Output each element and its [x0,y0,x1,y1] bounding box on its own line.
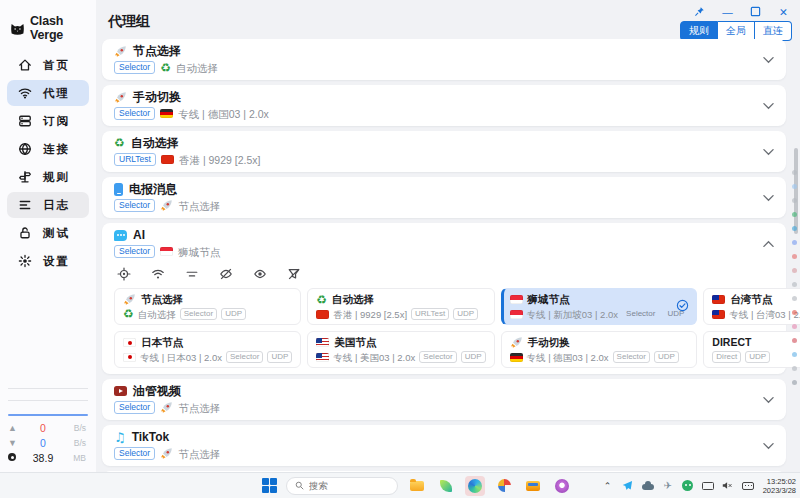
mail-app-icon[interactable] [523,476,543,496]
chevron-down-icon[interactable] [763,53,774,67]
proxy-node-card[interactable]: DIRECTDirectUDP [703,331,800,368]
flag-us [316,338,329,347]
keyboard-icon[interactable] [741,479,755,493]
minimap-dot [792,198,797,203]
minimize-icon[interactable]: — [721,5,734,18]
search-input[interactable] [309,480,379,491]
proxy-node-card[interactable]: 狮城节点专线 | 新加坡03 | 2.0xSelectorUDP [501,288,698,325]
proxy-group[interactable]: ♻自动选择URLTest香港 | 9929 [2.5x] [102,131,786,172]
delay-test-icon[interactable] [150,266,165,281]
node-tag: Selector [622,308,659,320]
youtube-icon [114,386,127,396]
chevron-down-icon[interactable] [763,99,774,113]
taskbar-search[interactable] [286,477,398,495]
pin-icon[interactable] [693,5,706,18]
proxy-node-card[interactable]: 日本节点专线 | 日本03 | 2.0xSelectorUDP [114,331,301,368]
flag-tw [712,310,725,319]
node-detail: 专线 | 美国03 | 2.0x [333,352,415,363]
node-detail: 自动选择 [138,309,176,320]
node-name: DIRECT [712,336,751,349]
volume-muted-icon[interactable] [721,479,735,493]
mode-button-direct[interactable]: 直连 [755,21,792,41]
proxy-node-card[interactable]: 手动切换专线 | 德国03 | 2.0xSelectorUDP [501,331,698,368]
preview-icon[interactable] [252,266,267,281]
node-detail-row: 专线 | 德国03 | 2.0xSelectorUDP [510,351,689,363]
proxy-group[interactable]: 手动切换Selector专线 | 德国03 | 2.0x [102,85,786,126]
cloud-icon[interactable] [641,479,655,493]
chevron-down-icon[interactable] [763,191,774,205]
proxy-detail-icon [219,267,233,281]
file-explorer-icon[interactable] [407,476,427,496]
display-icon[interactable] [701,479,715,493]
node-name: 自动选择 [332,293,374,306]
proxy-group[interactable]: AISelector狮城节点节点选择♻自动选择SelectorUDP♻自动选择香… [102,223,786,374]
chevron-down-icon[interactable] [763,439,774,453]
sort-icon[interactable] [184,266,199,281]
group-current-node: 节点选择 [178,448,220,460]
group-title-row: ♻自动选择 [114,136,774,150]
lock-icon [17,226,32,241]
maximize-icon[interactable] [749,5,762,18]
proxy-node-card[interactable]: 美国节点专线 | 美国03 | 2.0xSelectorUDP [307,331,494,368]
proxy-group[interactable]: 电报消息Selector节点选择 [102,177,786,218]
group-name: 手动切换 [133,90,181,104]
scrollbar-thumb[interactable] [794,148,798,234]
proxy-node-card[interactable]: ♻自动选择香港 | 9929 [2.5x]URLTestUDP [307,288,494,325]
sidebar-item-wifi[interactable]: 代理 [7,80,89,106]
minimap-dot [792,310,797,315]
sidebar-item-lock[interactable]: 测试 [7,220,89,246]
group-subtitle-row: Selector专线 | 德国03 | 2.0x [114,107,774,120]
taskbar-clock[interactable]: 13:25:02 2023/3/28 [761,477,796,495]
sidebar-item-home[interactable]: 首页 [7,52,89,78]
group-subtitle-row: Selector节点选择 [114,199,774,212]
wechat-icon[interactable] [681,479,695,493]
mode-button-global[interactable]: 全局 [718,21,755,41]
start-button-icon[interactable] [262,478,277,493]
purple-app-icon[interactable] [552,476,572,496]
node-title-row: 节点选择 [123,293,292,306]
sidebar-item-profiles[interactable]: 订阅 [7,108,89,134]
proxy-group[interactable]: 节点选择Selector♻自动选择 [102,39,786,80]
proxy-detail-icon[interactable] [218,266,233,281]
node-name: 台湾节点 [730,293,772,306]
chevron-down-icon [763,102,774,110]
node-detail: 香港 | 9929 [2.5x] [333,309,407,320]
chevron-down-icon[interactable] [763,393,774,407]
sidebar-item-connections[interactable]: 连接 [7,136,89,162]
edge-browser-icon[interactable] [465,476,485,496]
close-icon[interactable]: ✕ [777,5,790,18]
chevron-up-icon[interactable]: ⌃ [601,479,615,493]
proxy-node-card[interactable]: 台湾节点专线 | 台湾03 | 2.0xSelectorUDP [703,288,800,325]
bolt-app-icon[interactable] [494,476,514,496]
recycle-icon: ♻ [160,62,171,74]
cat-logo-icon [10,20,25,36]
sidebar-item-gear[interactable]: 设置 [7,248,89,274]
group-subtitle-row: Selector狮城节点 [114,245,774,258]
filter-icon[interactable] [286,266,301,281]
group-toolbar [116,266,774,281]
mode-button-rule[interactable]: 规则 [680,21,718,41]
telegram-icon[interactable] [621,479,635,493]
memory-stat: 38.9 MB [8,452,86,464]
chevron-up-icon[interactable] [763,237,774,251]
feather-app-icon[interactable] [436,476,456,496]
group-current-node: 专线 | 德国03 | 2.0x [178,108,269,120]
home-icon [18,58,32,72]
sidebar-item-rules[interactable]: 规则 [7,164,89,190]
minimap-dot [792,226,797,231]
locate-icon[interactable] [116,266,131,281]
proxy-group[interactable]: 油管视频Selector节点选择 [102,379,786,420]
node-name: 美国节点 [334,336,376,349]
proxy-group[interactable]: ♫TikTokSelector节点选择 [102,425,786,466]
memory-unit: MB [64,453,86,463]
group-type-badge: Selector [114,401,155,414]
phone-icon [114,183,123,196]
sidebar-item-logs[interactable]: 日志 [7,192,89,218]
chevron-down-icon[interactable] [763,145,774,159]
lock-icon [18,226,32,240]
sidebar-item-label: 代理 [43,86,70,101]
proxy-node-card[interactable]: 节点选择♻自动选择SelectorUDP [114,288,301,325]
plane-icon[interactable]: ✈ [661,479,675,493]
node-tag: UDP [267,351,292,363]
node-tag: Selector [226,351,263,363]
